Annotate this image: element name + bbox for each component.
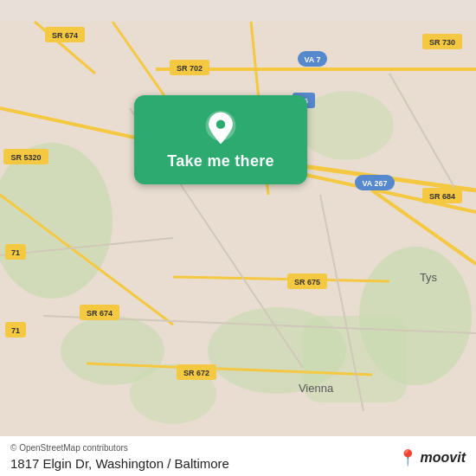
map-svg: SR 674 SR 702 VA 7 SR 730 SR 5320 76 VA … (0, 0, 476, 476)
address-text: 1817 Elgin Dr, Washington / Baltimore (10, 456, 229, 471)
svg-text:71: 71 (11, 326, 20, 335)
bottom-bar: © OpenStreetMap contributors 1817 Elgin … (0, 436, 476, 476)
svg-text:SR 674: SR 674 (52, 31, 78, 40)
map-container: SR 674 SR 702 VA 7 SR 730 SR 5320 76 VA … (0, 0, 476, 476)
svg-text:VA 7: VA 7 (304, 55, 320, 64)
moovit-brand-text: moovit (421, 450, 466, 466)
button-label: Take me there (167, 152, 274, 170)
svg-text:SR 675: SR 675 (294, 278, 320, 286)
svg-text:71: 71 (11, 248, 20, 257)
svg-text:SR 672: SR 672 (183, 369, 209, 377)
svg-point-52 (216, 119, 225, 128)
svg-text:VA 267: VA 267 (362, 179, 387, 188)
svg-text:SR 674: SR 674 (87, 309, 113, 318)
location-pin-icon (203, 111, 238, 145)
moovit-logo: 📍 moovit (398, 448, 466, 467)
svg-text:SR 5320: SR 5320 (10, 153, 41, 162)
moovit-pin-icon: 📍 (398, 448, 417, 467)
take-me-there-button[interactable]: Take me there (134, 95, 307, 184)
svg-text:SR 730: SR 730 (429, 38, 455, 47)
svg-text:Vienna: Vienna (299, 382, 334, 395)
svg-text:SR 684: SR 684 (429, 192, 455, 201)
svg-text:SR 702: SR 702 (177, 64, 203, 73)
svg-text:Tys: Tys (420, 271, 438, 284)
